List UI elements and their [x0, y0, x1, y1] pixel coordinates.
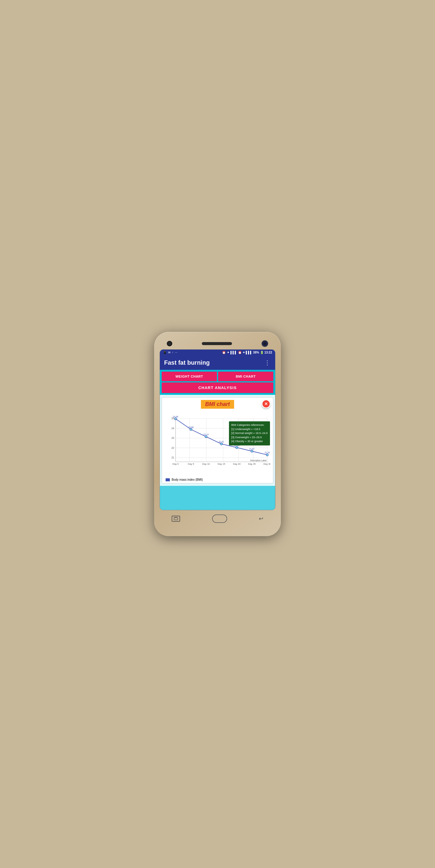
selfie-camera-icon: [262, 340, 268, 347]
phone-top-bar: [160, 340, 276, 347]
signal-icon: ▌▌▌: [230, 351, 237, 354]
point-5: [190, 428, 192, 430]
chart-analysis-button[interactable]: CHART ANALYSIS: [162, 382, 273, 393]
label-10: 23.14: [203, 433, 209, 435]
status-bar: 📱 ✉ ↑ ··· ⏰ ✦ ▌▌▌ ⏰ ✦ ▌▌▌ 38% 🔋 13:22: [160, 350, 275, 355]
chart-area: BMI chart ✕ BMI Categories references: […: [160, 395, 275, 486]
speaker-icon: [202, 342, 232, 345]
app-title: Fast fat burning: [164, 359, 210, 366]
point-10: [205, 435, 207, 438]
legend-cat-4: [4] Obesity = 30 or greater: [231, 439, 268, 444]
legend-title: BMI Categories references:: [231, 423, 268, 427]
status-right-group: ⏰ ✦ ▌▌▌ ⏰ ✦ ▌▌▌ 38% 🔋 13:22: [222, 351, 272, 354]
point-30: [266, 454, 268, 456]
x-label-5: Day 5: [188, 463, 194, 465]
point-15: [220, 443, 222, 445]
app-header: Fast fat burning ⋮: [160, 355, 275, 370]
recents-button[interactable]: [172, 516, 180, 522]
label-30: 21.30: [265, 452, 270, 454]
legend-color-box: [166, 478, 170, 481]
battery-percent: ⏰ ✦ ▌▌▌ 38% 🔋 13:22: [238, 351, 272, 354]
front-camera-icon: [167, 341, 172, 346]
bmi-legend-box: BMI Categories references: [1] Underweig…: [229, 421, 270, 445]
chart-title: BMI chart: [201, 400, 234, 409]
analysis-row: CHART ANALYSIS: [160, 381, 275, 395]
home-button[interactable]: [212, 515, 227, 523]
description-label: Description Label: [250, 459, 266, 462]
bottom-cyan-area: [160, 486, 275, 510]
x-label-10: Day 10: [202, 463, 210, 465]
upload-icon: ↑: [172, 351, 173, 354]
point-25: [251, 450, 253, 452]
svg-text:23: 23: [171, 436, 174, 439]
chart-title-row: BMI chart ✕: [165, 400, 270, 409]
x-label-25: Day 25: [248, 463, 256, 465]
more-icon: ···: [175, 351, 177, 354]
chart-tabs-row: WEIGHT CHART BMI CHART: [160, 370, 275, 381]
legend-label: Body mass index (BMI): [172, 478, 203, 481]
label-25: 21.67: [249, 448, 255, 450]
phone-screen: 📱 ✉ ↑ ··· ⏰ ✦ ▌▌▌ ⏰ ✦ ▌▌▌ 38% 🔋 13:22 Fa…: [160, 349, 276, 510]
chart-container: BMI chart ✕ BMI Categories references: […: [162, 397, 273, 484]
svg-text:24: 24: [171, 427, 174, 430]
email-icon: ✉: [168, 351, 170, 354]
phone-nav-bar: ↩: [160, 510, 276, 527]
back-button[interactable]: ↩: [259, 516, 263, 522]
svg-text:22: 22: [171, 446, 174, 450]
x-label-20: Day 20: [233, 463, 241, 465]
sync-icon: ✦: [227, 351, 229, 354]
x-label-0: Day 0: [173, 463, 179, 465]
label-0: 24.98: [173, 415, 178, 418]
x-label-30: Day 30: [263, 463, 270, 465]
close-chart-button[interactable]: ✕: [262, 399, 270, 408]
status-notifications: 📱 ✉ ↑ ···: [163, 351, 177, 354]
alarm-icon: ⏰: [222, 351, 226, 354]
svg-text:21: 21: [171, 456, 174, 459]
point-20: [236, 446, 238, 448]
legend-cat-3: [3] Overweight = 25–29.9: [231, 435, 268, 440]
legend-cat-2: [2] Normal weight = 18.5–24.9: [231, 431, 268, 435]
weight-chart-button[interactable]: WEIGHT CHART: [162, 372, 217, 381]
phone-frame: 📱 ✉ ↑ ··· ⏰ ✦ ▌▌▌ ⏰ ✦ ▌▌▌ 38% 🔋 13:22 Fa…: [154, 332, 281, 536]
legend-cat-1: [1] Underweight = <18.5: [231, 427, 268, 432]
label-15: 22.41: [219, 441, 224, 443]
whatsapp-icon: 📱: [163, 351, 167, 354]
menu-button[interactable]: ⋮: [264, 359, 271, 366]
chart-legend: Body mass index (BMI): [165, 477, 270, 482]
x-label-15: Day 15: [218, 463, 226, 465]
bmi-chart-button[interactable]: BMI CHART: [218, 372, 273, 381]
label-5: 23.88: [188, 426, 194, 428]
